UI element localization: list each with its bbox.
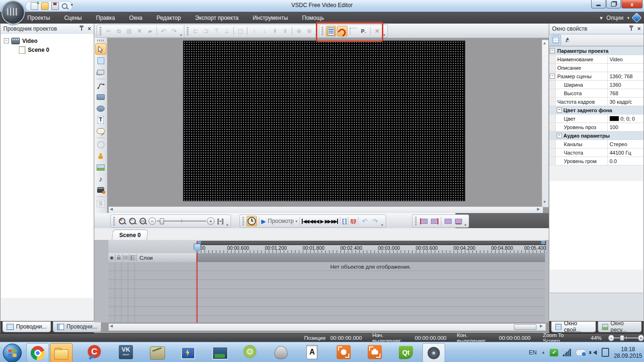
align-top-icon[interactable]: ⊤ [212,26,221,36]
volume-icon[interactable] [591,350,597,355]
undo-icon[interactable] [159,26,168,36]
status-zoom-in-button[interactable]: + [638,335,644,341]
align-bottom-icon[interactable]: ⊥ [222,26,231,36]
zoom-minus-button[interactable]: − [149,217,156,225]
menu-tools[interactable]: Инструменты [253,15,288,21]
app-logo[interactable] [1,0,25,25]
transform-tool-icon[interactable] [96,56,106,66]
layers-tool-icon[interactable] [96,67,106,77]
pin-icon[interactable] [629,25,634,32]
fast-backward-icon[interactable]: ◀◀ [309,219,314,224]
start-button[interactable] [3,344,22,362]
property-group-row[interactable]: Параметры проекта [549,47,644,55]
zoom-slider[interactable] [157,218,206,224]
zoom-slider-thumb[interactable] [160,218,164,224]
align-left-icon[interactable]: ⊏ [191,26,200,36]
timeline-grid[interactable] [108,262,545,322]
collapse-icon[interactable] [557,133,562,138]
property-group-row[interactable]: Аудио параметры [549,132,644,140]
property-row[interactable]: Размер сцены 1360; 768 [549,72,644,81]
tree-item-scene0[interactable]: Scene 0 [1,46,93,54]
timeline-scroll-right-icon[interactable]: ▶ [540,324,543,328]
taskbar-ccleaner-icon[interactable]: C [88,345,103,360]
audio-tool-icon[interactable]: ♪ [96,173,106,184]
video-tool-icon[interactable] [96,185,106,195]
preview-button[interactable]: Просмотр [268,218,294,224]
cut-icon[interactable] [104,26,113,36]
redo-icon[interactable] [169,26,179,36]
play-icon[interactable]: ▶ [261,218,266,225]
menu-windows[interactable]: Окна [129,15,142,21]
trim-end-icon[interactable] [429,216,439,226]
taskbar-explorer-button[interactable] [50,343,73,362]
pointer-tool-icon[interactable] [95,43,107,55]
property-value[interactable]: 768 [607,89,644,97]
rectangle-tool-icon[interactable] [96,92,106,102]
menu-help[interactable]: Помощь [302,15,324,21]
taskbar-utility-icon[interactable] [150,345,165,360]
tray-expand-icon[interactable]: ▲ [542,350,545,354]
visibility-eye-icon[interactable]: ◉ [108,254,116,261]
taskbar-dlink-icon[interactable] [212,345,227,360]
property-value[interactable]: 0; 0; 0 [607,115,644,123]
toolbar-overflow-icon[interactable] [383,33,385,37]
fit-rect-icon[interactable]: ▢ [236,26,245,36]
move-up-icon[interactable]: ↑ [249,26,259,36]
restore-button[interactable] [606,0,621,8]
scene-canvas[interactable] [183,41,465,201]
tooltip-tool-icon[interactable] [96,126,106,136]
toolbar-grip[interactable] [187,27,189,35]
mark-in-icon[interactable]: I] [350,218,353,224]
taskbar-screenshot-icon[interactable] [368,345,383,360]
step-forward-icon[interactable]: ▶ [320,219,324,224]
playhead-line[interactable] [197,241,198,322]
property-value[interactable]: Video [607,55,644,63]
property-row[interactable]: Наименование Video [549,55,644,64]
categorize-icon[interactable] [551,35,561,45]
range-handle-right[interactable] [541,241,545,244]
taskbar-chrome-button[interactable] [26,343,49,362]
tab-resources-window[interactable]: Окно ресу... [598,321,642,332]
menu-export[interactable]: Экспорт проекта [195,15,239,21]
tab-object-explorer[interactable]: Проводни... [53,321,101,332]
tree-item-label[interactable]: Scene 0 [28,47,49,53]
tray-phone-icon[interactable]: ✓ [550,349,558,356]
property-group-row[interactable]: Цвет заднего фона [549,106,644,115]
zoom-100-icon[interactable]: 100 [138,216,148,226]
step-back-icon[interactable]: ◀ [316,219,320,224]
taskbar-vksaver-icon[interactable]: VKsaver [119,345,134,360]
toolbar-overflow-icon[interactable] [381,223,383,227]
paste-icon[interactable]: ▤ [124,26,134,36]
property-row[interactable]: Каналы Стерео [549,140,644,148]
tab-properties-window[interactable]: Окно свой... [551,321,596,332]
property-row[interactable]: Высота 768 [549,89,644,98]
property-value[interactable]: 1360; 768 [607,72,644,80]
toolbar-grip[interactable] [97,40,105,41]
go-start-icon[interactable]: ◀◀ [302,219,308,224]
image-tool-icon[interactable] [96,162,106,173]
close-panel-icon[interactable]: × [637,25,641,32]
tab-scene0[interactable]: Scene 0 [112,230,149,240]
canvas-hscrollbar[interactable] [108,206,543,214]
collapse-icon[interactable] [557,107,562,113]
help-diamond-icon[interactable] [632,13,642,23]
save-project-icon[interactable] [51,2,59,10]
toolbar-overflow-icon[interactable] [180,33,182,37]
copy-icon[interactable]: ⧉ [114,26,124,36]
cursor-effect-tool-icon[interactable] [96,140,106,150]
status-zoom-out-button[interactable]: − [608,335,614,341]
curve-tool-icon[interactable] [96,81,106,91]
taskbar-vsdc-button[interactable] [422,343,445,362]
property-value[interactable]: 100 [607,123,644,131]
status-zoom-thumb[interactable] [620,335,624,341]
status-zoom-slider[interactable] [614,335,638,341]
zoom-fit-icon[interactable]: [−] [215,216,225,226]
sprite-tool-icon[interactable] [96,151,106,161]
canvas-vscrollbar[interactable] [542,40,549,207]
scroll-left-icon[interactable]: ◀ [110,207,113,211]
group-icon[interactable]: ⊕ [294,26,304,36]
network-signal-icon[interactable] [563,349,571,356]
close-button[interactable]: x [621,0,643,8]
align-right-icon[interactable]: ⊐ [201,26,211,36]
tree-item-video[interactable]: Video [1,37,93,45]
